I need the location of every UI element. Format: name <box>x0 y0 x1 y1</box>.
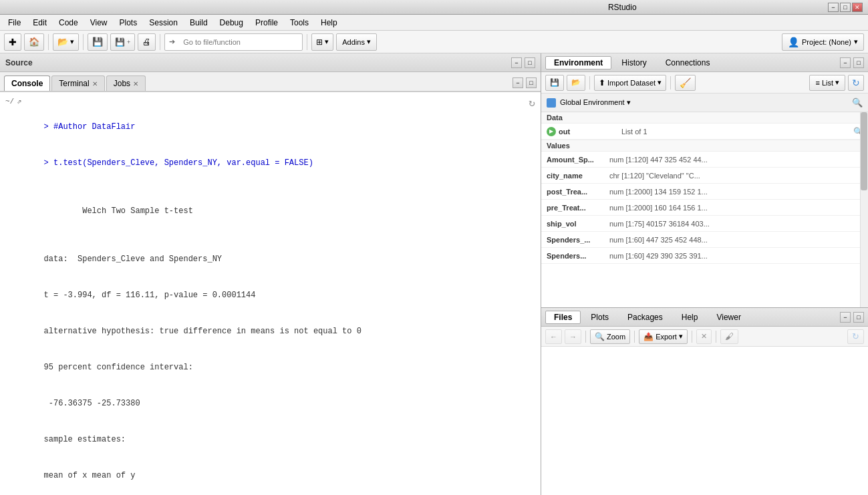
list-label: List <box>822 79 833 87</box>
env-toolbar: 💾 📂 ⬆ Import Dataset ▾ 🧹 ≡ L <box>541 72 868 94</box>
console-maximize-button[interactable]: □ <box>526 77 537 88</box>
env-row-pretrea[interactable]: pre_Treat... num [1:2000] 160 164 156 1.… <box>541 200 868 216</box>
env-minimize-button[interactable]: − <box>840 57 851 68</box>
console-minimize-button[interactable]: − <box>513 77 523 88</box>
env-row-shipvol[interactable]: ship_vol num [1:75] 40157 36184 403... <box>541 216 868 232</box>
refresh-plots-button[interactable]: ↻ <box>847 329 864 344</box>
print-button[interactable]: 🖨 <box>138 33 156 51</box>
tab-terminal[interactable]: Terminal ✕ <box>51 75 104 91</box>
tab-environment[interactable]: Environment <box>545 56 611 69</box>
menu-file[interactable]: File <box>3 17 26 29</box>
load-workspace-icon: 📂 <box>571 78 581 87</box>
menu-edit[interactable]: Edit <box>27 17 52 29</box>
load-workspace-button[interactable]: 📂 <box>567 75 585 91</box>
go-to-file-input[interactable] <box>178 34 298 50</box>
env-row-out[interactable]: ▶ out List of 1 🔍 <box>541 124 868 140</box>
terminal-tab-close[interactable]: ✕ <box>92 80 98 88</box>
menu-bar: File Edit Code View Plots Session Build … <box>0 15 868 31</box>
broom-button[interactable]: 🧹 <box>675 75 696 91</box>
console-comment-author: > #Author DataFlair <box>44 122 136 132</box>
env-value-spenders2: num [1:60] 429 390 325 391... <box>609 252 863 260</box>
brush-icon: 🖌 <box>725 331 734 341</box>
menu-help[interactable]: Help <box>315 17 343 29</box>
console-clear-button[interactable]: ↻ <box>529 96 535 110</box>
close-button[interactable]: ✕ <box>852 3 863 12</box>
menu-view[interactable]: View <box>85 17 113 29</box>
tab-plots[interactable]: Plots <box>582 311 617 324</box>
toolbar-separator-3 <box>160 34 160 50</box>
open-file-button[interactable]: 📂 ▾ <box>53 33 79 51</box>
env-scrollbar[interactable] <box>860 112 868 307</box>
toolbar-separator-1 <box>48 34 49 50</box>
list-view-button[interactable]: ≡ List ▾ <box>809 75 845 91</box>
env-row-cityname[interactable]: city_name chr [1:120] "Cleveland" "C... <box>541 168 868 184</box>
menu-debug[interactable]: Debug <box>214 17 249 29</box>
export-button[interactable]: 📤 Export ▾ <box>639 329 688 344</box>
env-row-spenders2[interactable]: Spenders... num [1:60] 429 390 325 391..… <box>541 248 868 264</box>
console-line-2: > t.test(Spenders_Cleve, Spenders_NY, va… <box>5 145 535 181</box>
jobs-tab-close[interactable]: ✕ <box>133 80 138 88</box>
toolbar-separator-4 <box>307 34 307 50</box>
tab-packages[interactable]: Packages <box>619 311 672 324</box>
global-env-label[interactable]: Global Environment ▾ <box>560 98 848 107</box>
back-button[interactable]: ← <box>545 329 562 344</box>
tab-connections[interactable]: Connections <box>657 56 719 69</box>
project-button[interactable]: 👤 Project: (None) ▾ <box>782 33 864 51</box>
env-scrollbar-thumb[interactable] <box>861 112 867 190</box>
forward-button[interactable]: → <box>565 329 581 344</box>
env-row-posttrea[interactable]: post_Trea... num [1:2000] 134 159 152 1.… <box>541 184 868 200</box>
import-dataset-button[interactable]: ⬆ Import Dataset ▾ <box>594 75 666 91</box>
tab-viewer[interactable]: Viewer <box>708 311 749 324</box>
env-row-amount[interactable]: Amount_Sp... num [1:120] 447 325 452 44.… <box>541 152 868 168</box>
menu-tools[interactable]: Tools <box>285 17 314 29</box>
env-row-spenders1[interactable]: Spenders_... num [1:60] 447 325 452 448.… <box>541 232 868 248</box>
env-name-posttrea: post_Trea... <box>547 188 607 196</box>
grid-button[interactable]: ⊞ ▾ <box>311 33 333 51</box>
menu-plots[interactable]: Plots <box>114 17 143 29</box>
tab-files[interactable]: Files <box>545 311 581 324</box>
env-search-icon[interactable]: 🔍 <box>852 98 863 108</box>
new-file-button[interactable]: ✚ <box>4 33 21 51</box>
tab-history[interactable]: History <box>613 56 655 69</box>
window-title: RStudio <box>417 3 829 12</box>
delete-plot-button[interactable]: ✕ <box>696 329 712 344</box>
new-project-button[interactable]: 🏠 <box>24 33 44 51</box>
menu-build[interactable]: Build <box>184 17 213 29</box>
tab-jobs[interactable]: Jobs ✕ <box>106 75 146 91</box>
source-maximize-button[interactable]: □ <box>525 57 535 68</box>
menu-code[interactable]: Code <box>53 17 84 29</box>
env-maximize-button[interactable]: □ <box>853 57 864 68</box>
data-section-header: Data <box>541 112 868 124</box>
right-top-panel: Environment History Connections − □ <box>541 53 868 308</box>
brush-button[interactable]: 🖌 <box>720 329 738 344</box>
env-value-shipvol: num [1:75] 40157 36184 403... <box>609 220 863 228</box>
maximize-button[interactable]: □ <box>840 3 851 12</box>
env-value-pretrea: num [1:2000] 160 164 156 1... <box>609 204 863 212</box>
project-arrow: ▾ <box>854 37 858 46</box>
addins-button[interactable]: Addins ▾ <box>336 33 377 51</box>
tab-help[interactable]: Help <box>673 311 707 324</box>
back-icon: ← <box>550 333 557 341</box>
import-arrow: ▾ <box>658 78 662 87</box>
main-layout: Source − □ Console Terminal ✕ Jobs ✕ <box>0 53 868 495</box>
zoom-label: Zoom <box>607 333 625 341</box>
save-workspace-button[interactable]: 💾 <box>545 75 564 91</box>
tab-console[interactable]: Console <box>4 75 50 91</box>
bottom-panel-controls: − □ <box>840 312 864 323</box>
bottom-maximize-button[interactable]: □ <box>853 312 864 323</box>
addins-arrow: ▾ <box>367 37 371 46</box>
play-icon[interactable]: ▶ <box>547 127 556 136</box>
zoom-button[interactable]: 🔍 Zoom <box>590 329 630 344</box>
save-all-button[interactable]: 💾 + <box>110 33 135 51</box>
bottom-minimize-button[interactable]: − <box>840 312 851 323</box>
env-data-area: Data ▶ out List of 1 🔍 Values Amount_Sp.… <box>541 112 868 307</box>
menu-session[interactable]: Session <box>144 17 183 29</box>
refresh-button[interactable]: ↻ <box>848 75 864 91</box>
save-button[interactable]: 💾 <box>88 33 108 51</box>
print-icon: 🖨 <box>142 37 151 47</box>
minimize-button[interactable]: − <box>828 3 839 12</box>
source-minimize-button[interactable]: − <box>511 57 522 68</box>
bottom-toolbar-sep-3 <box>692 331 692 343</box>
menu-profile[interactable]: Profile <box>250 17 283 29</box>
help-tab-label: Help <box>682 313 698 322</box>
